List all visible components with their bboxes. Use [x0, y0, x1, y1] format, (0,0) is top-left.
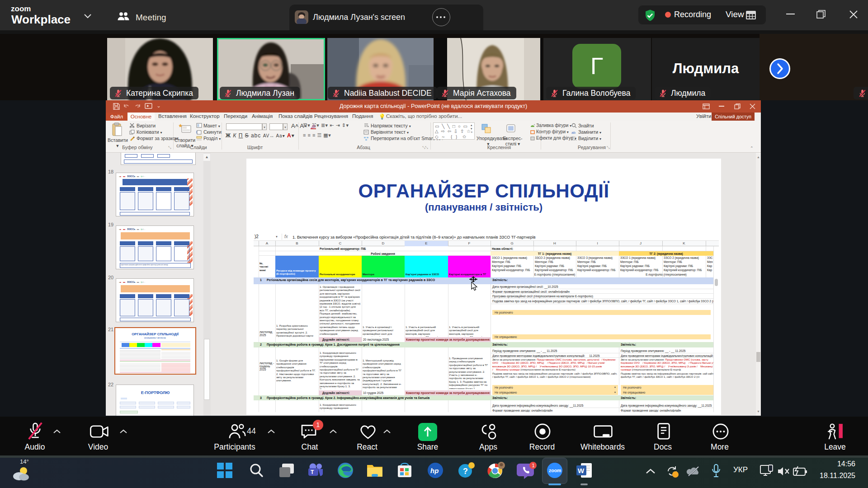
svg-text:?: ? [463, 467, 468, 476]
svg-text:W: W [578, 467, 585, 474]
svg-text:zoom: zoom [549, 468, 561, 473]
svg-text:ab: ab [571, 131, 576, 135]
svg-text:hp: hp [430, 467, 439, 474]
svg-text:1: 1 [532, 463, 535, 468]
svg-text:T: T [311, 469, 314, 475]
